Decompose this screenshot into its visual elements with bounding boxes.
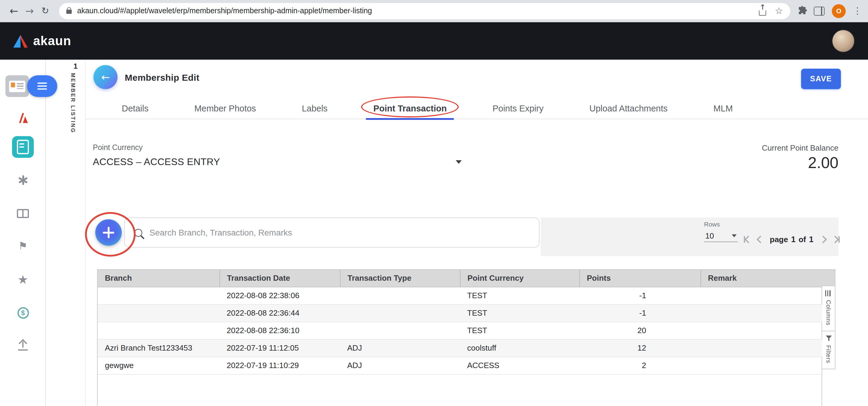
tab-label: Point Transaction bbox=[373, 104, 447, 113]
member-listing-vertical-label: MEMBER LISTING bbox=[70, 73, 76, 133]
columns-button[interactable]: Columns bbox=[822, 286, 835, 332]
col-header-points[interactable]: Points bbox=[579, 270, 701, 287]
browser-menu-icon[interactable]: ⋮ bbox=[853, 5, 862, 16]
col-header-remark[interactable]: Remark bbox=[701, 270, 823, 287]
tab-label: Labels bbox=[302, 104, 327, 113]
col-header-branch[interactable]: Branch bbox=[98, 270, 219, 287]
tab-upload-attachments[interactable]: Upload Attachments bbox=[586, 98, 671, 119]
dollar-icon: $ bbox=[17, 307, 29, 318]
cell-points: 12 bbox=[579, 339, 701, 357]
page-title: Membership Edit bbox=[125, 72, 199, 82]
tab-mlm[interactable]: MLM bbox=[710, 98, 736, 119]
tab-points-expiry[interactable]: Points Expiry bbox=[489, 98, 547, 119]
sidebar-item-upload[interactable] bbox=[0, 340, 46, 350]
add-transaction-button[interactable] bbox=[95, 219, 122, 246]
filters-button[interactable]: Filters bbox=[822, 332, 835, 370]
table-row[interactable]: Azri Branch Test1233453 2022-07-19 11:12… bbox=[98, 339, 823, 357]
tab-labels[interactable]: Labels bbox=[298, 98, 331, 119]
cell-type bbox=[340, 304, 460, 322]
columns-icon bbox=[825, 290, 832, 296]
screen: ← → ↻ akaun.cloud/#/applet/wavelet/erp/m… bbox=[0, 0, 868, 406]
sidebar-item-forms[interactable] bbox=[0, 136, 46, 158]
browser-profile-avatar[interactable]: O bbox=[832, 4, 846, 18]
point-currency-select[interactable]: ACCESS – ACCESS ENTRY bbox=[93, 154, 462, 170]
side-panel-icon[interactable] bbox=[814, 6, 825, 15]
filters-label: Filters bbox=[825, 345, 832, 364]
sparkle-icon bbox=[18, 175, 28, 185]
cell-date: 2022-08-08 22:36:10 bbox=[219, 322, 340, 339]
sidebar-rail: ⚑ ★ $ bbox=[0, 60, 46, 406]
cell-currency: TEST bbox=[460, 304, 579, 322]
prev-page-button[interactable] bbox=[758, 236, 763, 242]
table-header-row: Branch Transaction Date Transaction Type… bbox=[98, 270, 823, 287]
tab-label: Details bbox=[122, 104, 149, 113]
table-row[interactable]: gewgwe 2022-07-19 11:10:29 ADJ ACCESS 2 bbox=[98, 357, 823, 374]
cell-points: -1 bbox=[579, 304, 701, 322]
browser-reload-icon[interactable]: ↻ bbox=[37, 3, 53, 19]
col-header-transaction-date[interactable]: Transaction Date bbox=[219, 270, 340, 287]
table-row[interactable]: 2022-08-08 22:36:10 TEST 20 bbox=[98, 322, 823, 339]
lock-icon[interactable] bbox=[66, 10, 72, 14]
cell-remark bbox=[701, 304, 823, 322]
url-bar[interactable]: akaun.cloud/#/applet/wavelet/erp/members… bbox=[59, 3, 790, 19]
rows-per-page-value: 10 bbox=[705, 231, 714, 240]
last-page-button[interactable] bbox=[832, 236, 839, 242]
transactions-table-container: Branch Transaction Date Transaction Type… bbox=[97, 269, 822, 406]
point-currency-label: Point Currency bbox=[93, 143, 143, 152]
extensions-puzzle-icon[interactable] bbox=[798, 4, 808, 17]
tab-member-photos[interactable]: Member Photos bbox=[191, 98, 260, 119]
user-avatar[interactable] bbox=[832, 30, 855, 53]
cell-type: ADJ bbox=[340, 339, 460, 357]
browser-back-icon[interactable]: ← bbox=[6, 3, 22, 19]
sidebar-item-flag[interactable]: ⚑ bbox=[0, 240, 46, 251]
cell-remark bbox=[701, 322, 823, 339]
rows-label: Rows bbox=[704, 221, 720, 228]
cell-type bbox=[340, 322, 460, 339]
table-row[interactable]: 2022-08-08 22:38:06 TEST -1 bbox=[98, 287, 823, 304]
browser-forward-icon[interactable]: → bbox=[22, 3, 37, 19]
bookmark-star-icon[interactable]: ☆ bbox=[775, 5, 783, 16]
current-point-balance-value: 2.00 bbox=[808, 154, 838, 172]
cell-branch: Azri Branch Test1233453 bbox=[98, 339, 219, 357]
tab-bar: Details Member Photos Labels Point Trans… bbox=[118, 98, 736, 119]
pagination: page 1 of 1 bbox=[744, 231, 839, 247]
page-total: 1 bbox=[809, 235, 813, 244]
active-menu-pill[interactable] bbox=[27, 75, 57, 97]
chevron-down-icon bbox=[456, 160, 462, 164]
forms-icon bbox=[12, 136, 34, 158]
back-button[interactable]: ← bbox=[93, 65, 118, 89]
search-box[interactable] bbox=[124, 217, 539, 247]
sidebar-item-sparkle[interactable] bbox=[0, 175, 46, 185]
cell-date: 2022-08-08 22:38:06 bbox=[219, 287, 340, 304]
search-input[interactable] bbox=[148, 227, 529, 238]
col-header-point-currency[interactable]: Point Currency bbox=[460, 270, 579, 287]
first-page-button[interactable] bbox=[744, 236, 751, 242]
share-icon[interactable] bbox=[758, 6, 767, 16]
page-current: 1 bbox=[791, 235, 796, 244]
pdf-icon bbox=[16, 111, 30, 125]
cell-remark bbox=[701, 287, 823, 304]
sidebar-item-member-listing[interactable] bbox=[0, 75, 58, 97]
cell-currency: ACCESS bbox=[460, 357, 579, 374]
brand-logo[interactable]: akaun bbox=[13, 34, 71, 48]
cell-points: -1 bbox=[579, 287, 701, 304]
sidebar-item-star[interactable]: ★ bbox=[0, 273, 46, 286]
next-page-button[interactable] bbox=[820, 236, 826, 242]
url-text: akaun.cloud/#/applet/wavelet/erp/members… bbox=[77, 7, 758, 15]
app-navbar: akaun bbox=[0, 22, 868, 60]
member-card-icon bbox=[5, 75, 29, 97]
tab-point-transaction[interactable]: Point Transaction bbox=[370, 98, 450, 119]
table-row[interactable]: 2022-08-08 22:36:44 TEST -1 bbox=[98, 304, 823, 322]
tab-details[interactable]: Details bbox=[118, 98, 152, 119]
columns-label: Columns bbox=[825, 300, 832, 326]
transactions-table: Branch Transaction Date Transaction Type… bbox=[98, 270, 823, 374]
browser-chrome: ← → ↻ akaun.cloud/#/applet/wavelet/erp/m… bbox=[0, 0, 868, 22]
col-header-transaction-type[interactable]: Transaction Type bbox=[340, 270, 460, 287]
sidebar-item-currency[interactable]: $ bbox=[0, 307, 46, 319]
sidebar-item-book[interactable] bbox=[0, 208, 46, 218]
rows-per-page-select[interactable]: 10 bbox=[704, 230, 738, 242]
tab-label: Member Photos bbox=[194, 104, 256, 113]
sidebar-item-pdf[interactable] bbox=[0, 111, 46, 125]
save-button[interactable]: SAVE bbox=[801, 69, 841, 89]
chevron-down-icon bbox=[732, 234, 737, 237]
